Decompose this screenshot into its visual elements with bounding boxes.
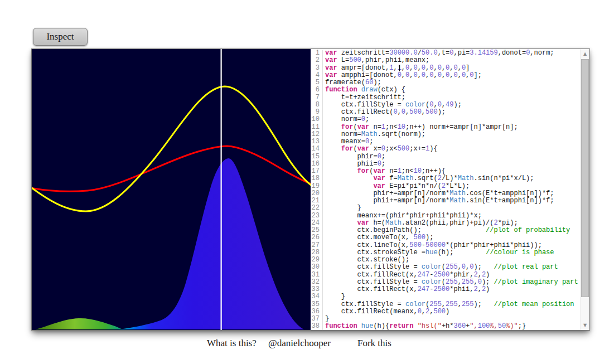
line-number: 38 <box>311 323 323 330</box>
line-number: 37 <box>311 316 323 323</box>
line-number: 10 <box>311 116 323 123</box>
line-number: 23 <box>311 212 323 220</box>
code-line: 10 norm=0; <box>311 116 589 123</box>
code-line: 6function draw(ctx) { <box>311 86 589 94</box>
code-text: framerate(60); <box>323 79 381 86</box>
code-editor[interactable]: 1var zeitschritt=30000.0/50.0,t=0,pi=3.1… <box>311 49 589 330</box>
code-text: for(var n=1;n<10;n++){ <box>323 168 446 175</box>
code-line: 24 var h=(Math.atan2(phii,phir)+pi)/(2*p… <box>311 220 589 227</box>
code-text: norm=Math.sqrt(norm); <box>323 131 426 138</box>
code-line: 22 } <box>311 205 589 212</box>
line-number: 9 <box>311 109 323 116</box>
line-number: 24 <box>311 220 323 227</box>
code-text: ctx.beginPath(); //plot of probability <box>323 227 570 234</box>
code-text: ctx.fillStyle = color(255,0,0); //plot r… <box>323 264 558 271</box>
line-number: 25 <box>311 227 323 234</box>
code-line: 11 for(var n=1;n<10;n++) norm+=ampr[n]*a… <box>311 124 589 131</box>
code-line: 18 var f=Math.sqrt(2/L)*Math.sin(n*pi*x/… <box>311 175 589 182</box>
text-cursor <box>399 65 400 71</box>
line-number: 32 <box>311 279 323 286</box>
line-number: 33 <box>311 286 323 293</box>
code-text: meanx=0; <box>323 138 373 145</box>
link-what-is-this[interactable]: What is this? <box>207 338 257 349</box>
code-text: } <box>323 205 361 212</box>
code-text: for(var n=1;n<10;n++) norm+=ampr[n]*ampr… <box>323 124 518 131</box>
code-text: phir+=ampr[n]/norm*Math.cos(E*t+ampphi[n… <box>323 190 554 197</box>
link-fork[interactable]: Fork this <box>357 338 391 349</box>
line-number: 3 <box>311 65 323 72</box>
code-line: 12 norm=Math.sqrt(norm); <box>311 131 589 138</box>
code-text: var ampphi=[donot,0,0,0,0,0,0,0,0,0,0]; <box>323 72 482 79</box>
code-line: 8 ctx.fillStyle = color(0,0,49); <box>311 101 589 109</box>
line-number: 15 <box>311 153 323 161</box>
line-number: 26 <box>311 234 323 241</box>
line-number: 27 <box>311 242 323 249</box>
line-number: 12 <box>311 131 323 138</box>
line-number: 8 <box>311 101 323 109</box>
line-number: 4 <box>311 72 323 79</box>
code-line: 20 phir+=ampr[n]/norm*Math.cos(E*t+ampph… <box>311 190 589 197</box>
code-text: var h=(Math.atan2(phii,phir)+pi)/(2*pi); <box>323 220 518 227</box>
code-line: 26 ctx.moveTo(x, 500); <box>311 234 589 241</box>
code-text: } <box>323 293 345 300</box>
code-line: 27 ctx.lineTo(x,500-50000*(phir*phir+phi… <box>311 242 589 249</box>
line-number: 30 <box>311 264 323 271</box>
line-number: 31 <box>311 271 323 279</box>
line-number: 21 <box>311 197 323 205</box>
line-number: 36 <box>311 308 323 316</box>
code-text: var L=500,phir,phii,meanx; <box>323 57 429 64</box>
link-author[interactable]: @danielchooper <box>268 338 331 349</box>
code-text: ctx.fillRect(meanx,0,2,500) <box>323 308 449 316</box>
line-number: 29 <box>311 256 323 264</box>
code-line: 9 ctx.fillRect(0,0,500,500); <box>311 109 589 116</box>
code-line: 13 meanx=0; <box>311 138 589 145</box>
code-line: 14 for(var x=0;x<500;x+=1){ <box>311 145 589 153</box>
code-text: phii=0; <box>323 161 385 168</box>
line-number: 19 <box>311 183 323 190</box>
scroll-down-button[interactable]: ▼ <box>581 321 589 330</box>
code-text: ctx.moveTo(x, 500); <box>323 234 433 241</box>
inspect-button[interactable]: Inspect <box>33 28 88 46</box>
code-text: phir=0; <box>323 153 385 161</box>
code-line: 32 ctx.fillStyle = color(255,255,0); //p… <box>311 279 589 286</box>
line-number: 35 <box>311 301 323 308</box>
code-text: meanx+=(phir*phir+phii*phii)*x; <box>323 212 482 220</box>
code-text: function draw(ctx) { <box>323 86 405 94</box>
scroll-up-button[interactable]: ▲ <box>581 49 589 59</box>
code-line: 36 ctx.fillRect(meanx,0,2,500) <box>311 308 589 316</box>
code-text: ctx.fillRect(0,0,500,500); <box>323 109 446 116</box>
playground-panel: 1var zeitschritt=30000.0/50.0,t=0,pi=3.1… <box>31 48 590 331</box>
code-text: ctx.fillStyle = color(0,0,49); <box>323 101 462 109</box>
line-number: 18 <box>311 175 323 182</box>
code-text: ctx.fillStyle = color(255,255,255); //pl… <box>323 301 574 308</box>
code-line: 21 phii+=ampr[n]/norm*Math.sin(E*t+ampph… <box>311 197 589 205</box>
code-text: phii+=ampr[n]/norm*Math.sin(E*t+ampphi[n… <box>323 197 554 205</box>
code-line: 16 phii=0; <box>311 161 589 168</box>
line-number: 13 <box>311 138 323 145</box>
wavefunction-plot <box>32 49 311 330</box>
line-number: 5 <box>311 79 323 86</box>
mean-position-line <box>221 49 222 330</box>
line-number: 20 <box>311 190 323 197</box>
simulation-canvas <box>32 49 311 330</box>
code-line: 4var ampphi=[donot,0,0,0,0,0,0,0,0,0,0]; <box>311 72 589 79</box>
code-line: 34 } <box>311 293 589 300</box>
code-text: ctx.lineTo(x,500-50000*(phir*phir+phii*p… <box>323 242 542 249</box>
line-number: 11 <box>311 124 323 131</box>
code-text: var E=pi*pi*n*n/(2*L*L); <box>323 183 470 190</box>
code-line: 33 ctx.fillRect(x,247-2500*phii,2,2) <box>311 286 589 293</box>
code-line: 15 phir=0; <box>311 153 589 161</box>
line-number: 22 <box>311 205 323 212</box>
line-number: 34 <box>311 293 323 300</box>
code-text: var ampr=[donot,1,1,0,0,0,0,0,0,0,0] <box>323 65 470 72</box>
code-line: 19 var E=pi*pi*n*n/(2*L*L); <box>311 183 589 190</box>
code-text: function hue(h){return "hsl("+h*360+",10… <box>323 323 526 330</box>
code-text: ctx.fillStyle = color(255,255,0); //plot… <box>323 279 578 286</box>
scrollbar-thumb[interactable] <box>581 59 589 297</box>
code-line: 28 ctx.strokeStyle =hue(h); //colour is … <box>311 249 589 256</box>
code-text: ctx.fillRect(x,247-2500*phir,2,2) <box>323 271 490 279</box>
code-line: 2var L=500,phir,phii,meanx; <box>311 57 589 64</box>
code-text: var zeitschritt=30000.0/50.0,t=0,pi=3.14… <box>323 50 554 57</box>
code-line: 35 ctx.fillStyle = color(255,255,255); /… <box>311 301 589 308</box>
scrollbar[interactable]: ▲ ▼ <box>580 49 589 330</box>
